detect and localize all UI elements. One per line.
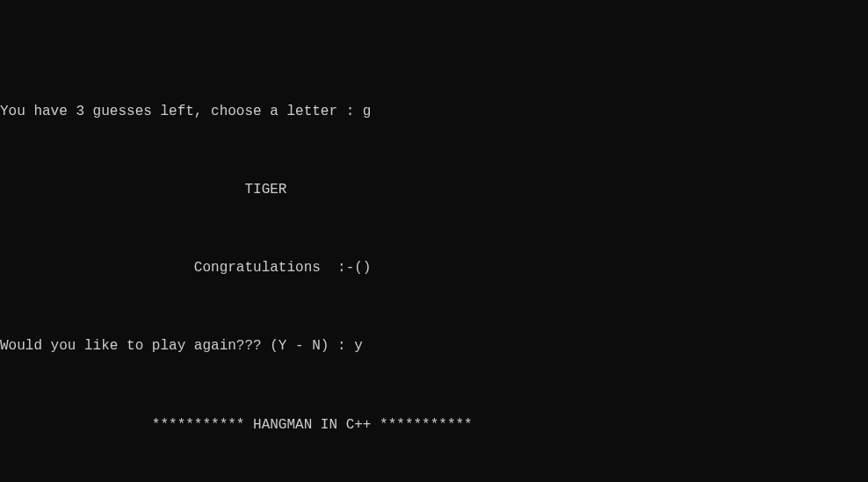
blank-line bbox=[0, 376, 868, 395]
terminal-output[interactable]: You have 3 guesses left, choose a letter… bbox=[0, 83, 868, 482]
blank-line bbox=[0, 219, 868, 239]
revealed-word: TIGER bbox=[0, 180, 868, 199]
blank-line bbox=[0, 454, 868, 473]
blank-line bbox=[0, 298, 868, 317]
guess-prompt-line: You have 3 guesses left, choose a letter… bbox=[0, 102, 868, 121]
play-again-prompt: Would you like to play again??? (Y - N) … bbox=[0, 336, 868, 356]
game-title: *********** HANGMAN IN C++ *********** bbox=[0, 415, 868, 435]
blank-line bbox=[0, 141, 868, 161]
congratulations: Congratulations :-() bbox=[0, 258, 868, 277]
